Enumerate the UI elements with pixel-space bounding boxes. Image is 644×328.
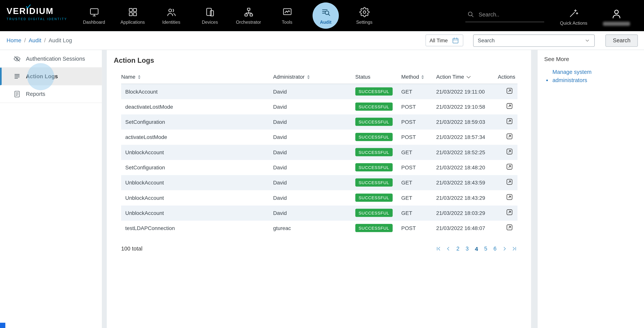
cell-method: GET	[401, 205, 436, 220]
cell-method: POST	[401, 220, 436, 236]
breadcrumb-item-audit[interactable]: Audit	[29, 37, 42, 43]
first-page-button[interactable]	[436, 246, 442, 252]
open-log-action-button[interactable]	[506, 163, 514, 171]
open-log-action-button[interactable]	[506, 148, 514, 156]
status-badge: SUCCESSFUL	[355, 118, 392, 126]
nav-item-tools[interactable]: Tools	[268, 0, 306, 31]
open-log-action-button[interactable]	[506, 117, 514, 125]
open-log-action-button[interactable]	[506, 178, 514, 186]
nav-item-orchestrator[interactable]: Orchestrator	[229, 0, 268, 31]
nav-item-settings[interactable]: Settings	[345, 0, 384, 31]
open-log-action-button[interactable]	[506, 223, 514, 231]
pagination: 23456	[436, 246, 518, 252]
total-count: 100 total	[121, 246, 142, 252]
sort-desc-icon	[466, 74, 470, 78]
nav-item-audit[interactable]: Audit	[306, 0, 345, 31]
main-panel: Action Logs NameAdministratorStatusMetho…	[107, 50, 531, 328]
cell-administrator: David	[273, 129, 355, 145]
see-more-link-manage-system-administrators[interactable]: Manage system administrators	[552, 68, 596, 84]
applications-icon	[128, 7, 138, 17]
page-6-button[interactable]: 6	[492, 246, 498, 252]
orchestrator-icon	[244, 7, 254, 17]
cell-name: UnblockAccount	[121, 190, 273, 205]
status-badge: SUCCESSFUL	[355, 178, 392, 186]
cell-actions	[498, 190, 518, 205]
cell-status: SUCCESSFUL	[355, 129, 401, 145]
user-menu[interactable]	[603, 5, 630, 26]
nav-item-identities[interactable]: Identities	[152, 0, 190, 31]
column-header-method[interactable]: Method	[401, 71, 436, 84]
cell-action-time: 21/03/2022 19:10:58	[436, 99, 498, 114]
prev-page-button[interactable]	[445, 246, 452, 252]
cell-status: SUCCESSFUL	[355, 160, 401, 175]
column-header-label: Administrator	[273, 74, 304, 80]
open-log-action-button[interactable]	[506, 102, 514, 110]
cell-administrator: gtureac	[273, 220, 355, 236]
log-list-icon	[13, 72, 21, 80]
column-header-inner: Administrator	[273, 74, 310, 80]
column-header-inner: Method	[401, 74, 424, 80]
nav-item-applications[interactable]: Applications	[113, 0, 152, 31]
sidebar-item-label: Action Logs	[26, 73, 58, 79]
nav-item-dashboard[interactable]: Dashboard	[75, 0, 113, 31]
column-header-inner: Actions	[498, 74, 515, 80]
veridium-logo[interactable]: VERIDIUM TRUSTED DIGITAL IDENTITY	[0, 0, 69, 31]
table-row: UnblockAccountDavidSUCCESSFULGET21/03/20…	[121, 190, 518, 205]
cell-action-time: 21/03/2022 18:57:34	[436, 129, 498, 145]
column-header-action-time[interactable]: Action Time	[436, 71, 498, 84]
open-log-icon	[506, 193, 514, 201]
prev-page-icon	[445, 246, 452, 252]
cell-status: SUCCESSFUL	[355, 220, 401, 236]
status-badge: SUCCESSFUL	[355, 193, 392, 202]
sidebar-item-action-logs[interactable]: Action Logs	[0, 68, 102, 85]
quick-actions-button[interactable]: Quick Actions	[560, 6, 587, 25]
sidebar-item-label: Reports	[26, 91, 45, 97]
see-more-title: See More	[544, 56, 637, 62]
breadcrumb-item-home[interactable]: Home	[6, 37, 21, 43]
identities-icon	[166, 7, 176, 17]
cell-action-time: 21/03/2022 18:52:25	[436, 145, 498, 160]
cell-action-time: 21/03/2022 19:11:00	[436, 84, 498, 99]
column-header-label: Method	[401, 74, 419, 80]
search-button[interactable]: Search	[606, 34, 638, 46]
chevron-down-icon	[584, 37, 590, 43]
nav-item-label: Identities	[162, 19, 180, 24]
page-2-button[interactable]: 2	[455, 246, 461, 252]
page-5-button[interactable]: 5	[483, 246, 488, 252]
sidebar-item-label: Authentication Sessions	[26, 55, 85, 62]
page-4-button[interactable]: 4	[474, 246, 479, 252]
sidebar-item-reports[interactable]: Reports	[0, 85, 102, 103]
first-page-icon	[436, 246, 442, 252]
page-3-button[interactable]: 3	[464, 246, 470, 252]
nav-item-label: Tools	[282, 19, 292, 24]
cell-action-time: 21/03/2022 16:48:07	[436, 220, 498, 236]
see-more-list: Manage system administrators	[552, 68, 638, 84]
search-type-dropdown[interactable]: Search	[473, 34, 595, 46]
dashboard-icon	[89, 7, 99, 17]
cell-actions	[498, 205, 518, 220]
open-log-action-button[interactable]	[506, 193, 514, 201]
user-name-redacted	[603, 22, 630, 26]
bottom-left-artifact	[0, 323, 5, 328]
open-log-action-button[interactable]	[506, 208, 514, 216]
next-page-button[interactable]	[502, 246, 508, 252]
nav-item-devices[interactable]: Devices	[190, 0, 229, 31]
global-search-input[interactable]	[478, 11, 538, 17]
veridium-admin-console: VERIDIUM TRUSTED DIGITAL IDENTITY Dashbo…	[0, 0, 644, 328]
cell-name: UnblockAccount	[121, 145, 273, 160]
search-icon	[467, 11, 474, 18]
open-log-action-button[interactable]	[506, 87, 514, 95]
cell-method: POST	[401, 129, 436, 145]
column-header-name[interactable]: Name	[121, 71, 273, 84]
cell-administrator: David	[273, 114, 355, 129]
status-badge: SUCCESSFUL	[355, 209, 392, 217]
column-header-administrator[interactable]: Administrator	[273, 71, 355, 84]
breadcrumb: Home/Audit/Audit Log	[6, 37, 72, 43]
open-log-action-button[interactable]	[506, 133, 514, 140]
time-range-button[interactable]: All Time	[425, 34, 463, 46]
sidebar-item-authentication-sessions[interactable]: Authentication Sessions	[0, 50, 102, 68]
cell-action-time: 21/03/2022 18:43:59	[436, 175, 498, 190]
cell-name: testLDAPConnection	[121, 220, 273, 236]
cell-administrator: David	[273, 160, 355, 175]
last-page-button[interactable]	[511, 246, 518, 252]
